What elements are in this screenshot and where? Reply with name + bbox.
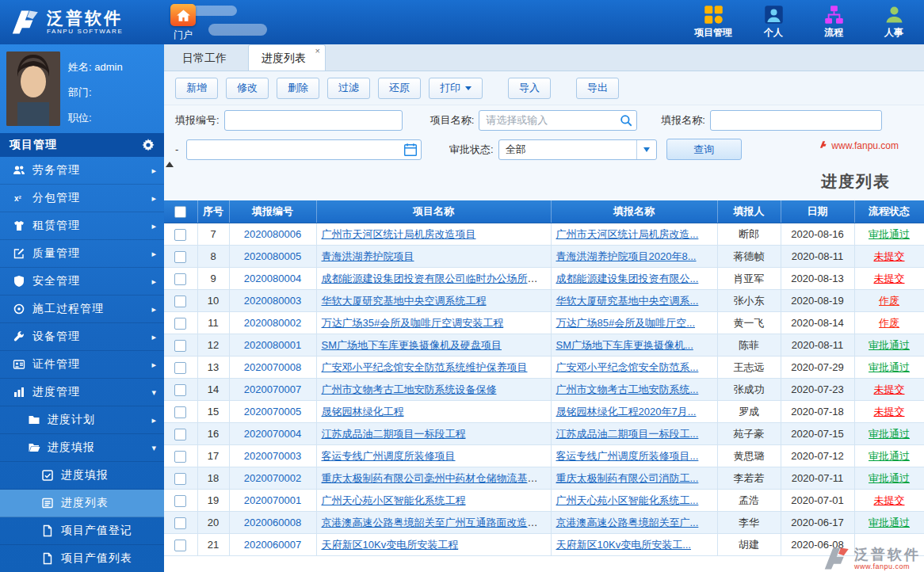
sidebar-item-progress-report-entry[interactable]: 进度填报 <box>0 462 164 490</box>
row-project-link[interactable]: 晟铭园林绿化工程 <box>322 406 404 418</box>
row-project-link[interactable]: 青海洪湖养护院项目 <box>322 250 414 262</box>
sidebar-item-output-register[interactable]: 项目产值登记 <box>0 517 164 545</box>
row-report-link[interactable]: 晟铭园林绿化工程2020年7月... <box>556 406 697 418</box>
row-project-link[interactable]: 客运专线广州调度所装修项目 <box>322 450 456 462</box>
delete-button[interactable]: 删除 <box>277 78 319 99</box>
row-report-link[interactable]: SM广场地下车库更换摄像机... <box>556 339 693 351</box>
select-all-checkbox[interactable] <box>174 206 186 218</box>
row-code[interactable]: 2020070008 <box>229 357 316 379</box>
row-project-link[interactable]: 广安邓小平纪念馆安全防范系统维护保养项目 <box>322 361 528 373</box>
print-button[interactable]: 打印 <box>429 78 483 99</box>
row-code[interactable]: 2020080004 <box>229 268 316 290</box>
row-code[interactable]: 2020080002 <box>229 312 316 334</box>
sidebar-item-progress-list[interactable]: 进度列表 <box>0 490 164 517</box>
row-project-link[interactable]: SM广场地下车库更换摄像机及硬盘项目 <box>322 339 502 351</box>
row-status[interactable]: 审批通过 <box>869 517 910 528</box>
row-status[interactable]: 审批通过 <box>869 472 910 484</box>
report-name-input[interactable] <box>710 110 882 131</box>
row-project-link[interactable]: 天府新区10Kv变电所安装工程 <box>322 539 459 551</box>
sidebar-item-output-list[interactable]: 项目产值列表 <box>0 545 164 572</box>
sidebar-item-labor[interactable]: 劳务管理 <box>0 157 164 185</box>
row-checkbox[interactable] <box>174 318 186 330</box>
project-name-input[interactable] <box>479 110 637 131</box>
row-code[interactable]: 2020070001 <box>229 490 316 512</box>
sidebar-item-equipment[interactable]: 设备管理 <box>0 323 164 351</box>
row-status[interactable]: 审批通过 <box>869 428 910 440</box>
row-report-link[interactable]: 天府新区10Kv变电所安装工... <box>556 539 691 551</box>
row-code[interactable]: 2020070002 <box>229 467 316 490</box>
search-icon[interactable] <box>619 113 633 128</box>
row-code[interactable]: 2020070007 <box>229 379 316 401</box>
row-status[interactable]: 作废 <box>879 295 899 307</box>
row-project-link[interactable]: 万达广场35#会所及咖啡厅空调安装工程 <box>322 317 504 329</box>
sidebar-item-progress[interactable]: 进度管理 <box>0 379 164 406</box>
row-project-link[interactable]: 广州天心苑小区智能化系统工程 <box>322 494 466 506</box>
import-button[interactable]: 导入 <box>508 78 551 99</box>
row-code[interactable]: 2020080006 <box>229 223 316 246</box>
row-report-link[interactable]: 广州市文物考古工地安防系统... <box>556 383 699 395</box>
row-report-link[interactable]: 广州市天河区统计局机房改造... <box>556 228 699 240</box>
row-project-link[interactable]: 广州市天河区统计局机房改造项目 <box>322 228 476 240</box>
sidebar-item-subcontract[interactable]: x² 分包管理 <box>0 185 164 212</box>
row-code[interactable]: 2020080001 <box>229 334 316 357</box>
row-status[interactable]: 作废 <box>879 317 899 329</box>
nav-personal[interactable]: 个人 <box>750 5 797 40</box>
approval-status-dropdown[interactable]: 全部 <box>498 139 657 160</box>
close-icon[interactable]: × <box>315 46 320 56</box>
row-code[interactable]: 2020070004 <box>229 423 316 445</box>
row-status[interactable]: 审批通过 <box>869 361 910 373</box>
date-input[interactable] <box>186 139 422 160</box>
row-report-link[interactable]: 青海洪湖养护院项目2020年8... <box>556 250 697 262</box>
row-report-link[interactable]: 广安邓小平纪念馆安全防范系... <box>556 361 699 373</box>
row-project-link[interactable]: 京港澳高速公路粤境韶关至广州互通路面改造中... <box>322 517 547 528</box>
row-checkbox[interactable] <box>174 362 186 374</box>
row-code[interactable]: 2020080003 <box>229 290 316 312</box>
row-status[interactable]: 审批通过 <box>869 228 910 240</box>
row-project-link[interactable]: 华软大厦研究基地中央空调系统工程 <box>322 295 487 307</box>
row-code[interactable]: 2020070005 <box>229 401 316 423</box>
row-report-link[interactable]: 京港澳高速公路粤境韶关至广... <box>556 517 699 528</box>
row-checkbox[interactable] <box>174 251 186 263</box>
row-status[interactable]: 审批通过 <box>869 450 910 462</box>
row-checkbox[interactable] <box>174 540 186 551</box>
row-status[interactable]: 未提交 <box>874 383 905 395</box>
row-checkbox[interactable] <box>174 517 186 529</box>
edit-button[interactable]: 修改 <box>226 78 269 99</box>
sidebar-item-progress-plan[interactable]: 进度计划 <box>0 406 164 434</box>
row-status[interactable]: 审批通过 <box>869 339 910 351</box>
chevron-down-icon[interactable] <box>636 140 656 159</box>
row-project-link[interactable]: 重庆太极制药有限公司毫州中药材仓储物流基地... <box>322 472 547 484</box>
sidebar-item-certificate[interactable]: 证件管理 <box>0 351 164 379</box>
row-report-link[interactable]: 广州天心苑小区智能化系统工... <box>556 494 699 506</box>
row-checkbox[interactable] <box>174 429 186 440</box>
sidebar-item-safety[interactable]: 安全管理 <box>0 268 164 296</box>
add-button[interactable]: 新增 <box>175 78 218 99</box>
row-report-link[interactable]: 万达广场85#会所及咖啡厅空... <box>556 317 696 329</box>
row-report-link[interactable]: 重庆太极制药有限公司消防工... <box>556 472 699 484</box>
row-report-link[interactable]: 华软大厦研究基地中央空调系... <box>556 295 699 307</box>
row-checkbox[interactable] <box>174 384 186 396</box>
gear-icon[interactable] <box>142 139 155 151</box>
query-button[interactable]: 查询 <box>666 139 742 160</box>
row-checkbox[interactable] <box>174 229 186 241</box>
row-project-link[interactable]: 成都能源建设集团投资有限公司临时办公场所装... <box>322 273 547 284</box>
filter-button[interactable]: 过滤 <box>327 78 370 99</box>
row-status[interactable]: 未提交 <box>874 494 905 506</box>
row-project-link[interactable]: 江苏成品油二期项目一标段工程 <box>322 428 466 440</box>
export-button[interactable]: 导出 <box>576 78 619 99</box>
row-checkbox[interactable] <box>174 495 186 507</box>
sidebar-item-quality[interactable]: 质量管理 <box>0 240 164 268</box>
row-code[interactable]: 2020080005 <box>229 246 316 268</box>
row-checkbox[interactable] <box>174 451 186 463</box>
row-status[interactable]: 未提交 <box>874 273 905 284</box>
row-checkbox[interactable] <box>174 273 186 285</box>
row-code[interactable]: 2020060008 <box>229 512 316 534</box>
sidebar-item-construction[interactable]: 施工过程管理 <box>0 296 164 323</box>
nav-project[interactable]: 项目管理 <box>689 5 737 40</box>
scroll-up-arrow[interactable] <box>166 162 174 167</box>
row-checkbox[interactable] <box>174 473 186 485</box>
sidebar-item-progress-report[interactable]: 进度填报 <box>0 434 164 462</box>
row-report-link[interactable]: 成都能源建设集团投资有限公... <box>556 273 699 284</box>
nav-hr[interactable]: 人事 <box>870 5 918 40</box>
row-status[interactable]: 未提交 <box>874 250 905 262</box>
